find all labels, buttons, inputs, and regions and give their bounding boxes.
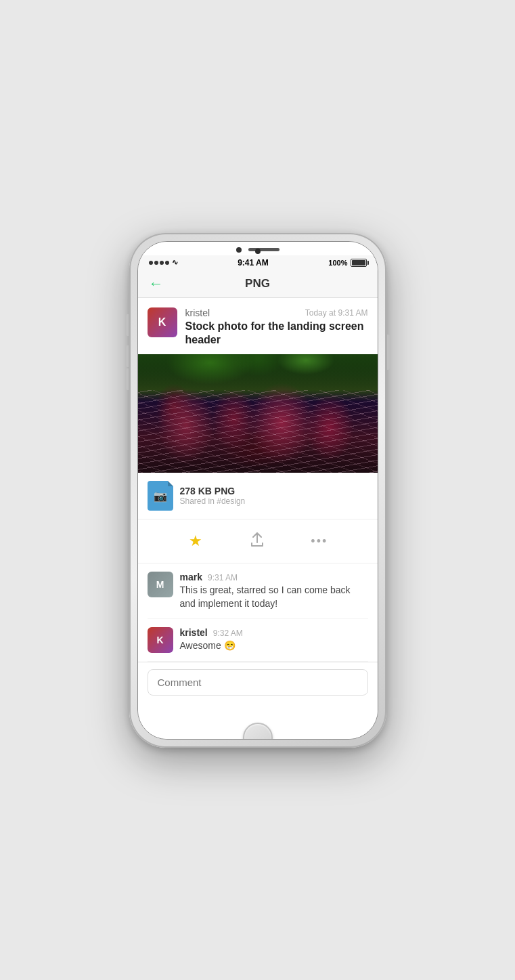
battery-icon [351, 259, 367, 267]
comments-section: M mark 9:31 AM This is great, starred so… [138, 563, 378, 662]
more-icon: ••• [311, 534, 328, 549]
post-author-row: kristel Today at 9:31 AM [185, 307, 368, 318]
signal-dot-3 [160, 261, 164, 265]
speaker [248, 248, 279, 251]
status-right: 100% [328, 259, 366, 267]
phone-notch [138, 242, 378, 255]
signal-strength [149, 261, 169, 265]
file-attachment[interactable]: 📷 278 KB PNG Shared in #design [138, 473, 378, 519]
star-button[interactable]: ★ [181, 526, 210, 556]
battery-percent: 100% [328, 259, 347, 267]
status-bar: ∿ 9:41 AM 100% [138, 255, 378, 270]
comment-1-meta: mark 9:31 AM [180, 572, 368, 582]
post-message: Stock photo for the landing screen heade… [185, 320, 368, 348]
battery-fill [352, 260, 365, 265]
action-bar: ★ ••• [138, 519, 378, 563]
post-meta: kristel Today at 9:31 AM Stock photo for… [185, 307, 368, 348]
beet-roots [138, 390, 378, 473]
proximity-sensor [255, 249, 261, 254]
comment-1-avatar: M [148, 572, 173, 597]
comment-2-body: kristel 9:32 AM Awesome 😁 [180, 627, 368, 653]
content-area[interactable]: K kristel Today at 9:31 AM Stock photo f… [138, 298, 378, 717]
post-avatar-image: K [148, 307, 177, 337]
phone-frame: ∿ 9:41 AM 100% ← PNG K [129, 233, 386, 748]
comment-1: M mark 9:31 AM This is great, starred so… [148, 563, 368, 619]
front-camera [236, 247, 242, 253]
file-channel: Shared in #design [180, 496, 368, 506]
comment-input[interactable] [148, 669, 368, 696]
nav-bar: ← PNG [138, 270, 378, 298]
beet-visual [138, 354, 378, 473]
file-icon: 📷 [148, 481, 173, 511]
comment-2-meta: kristel 9:32 AM [180, 627, 368, 638]
post-author-name: kristel [185, 307, 210, 318]
more-button[interactable]: ••• [305, 526, 334, 556]
post-timestamp: Today at 9:31 AM [305, 308, 368, 318]
file-size-label: 278 KB PNG [180, 486, 368, 496]
share-icon [250, 532, 264, 551]
star-icon: ★ [189, 532, 202, 550]
comment-2-author: kristel [180, 627, 208, 638]
post-author-avatar: K [148, 307, 177, 337]
comment-1-avatar-image: M [148, 572, 173, 597]
status-left: ∿ [149, 258, 178, 267]
home-button[interactable] [243, 723, 273, 740]
wifi-icon: ∿ [172, 258, 178, 267]
comment-2: K kristel 9:32 AM Awesome 😁 [148, 619, 368, 662]
post-image[interactable] [138, 354, 378, 473]
phone-screen: ∿ 9:41 AM 100% ← PNG K [137, 241, 378, 740]
signal-dot-2 [154, 261, 158, 265]
comment-2-avatar-image: K [148, 627, 173, 653]
file-info: 278 KB PNG Shared in #design [180, 486, 368, 506]
status-time: 9:41 AM [238, 258, 269, 268]
signal-dot-4 [165, 261, 169, 265]
comment-1-time: 9:31 AM [208, 573, 238, 582]
comment-1-text: This is great, starred so I can come bac… [180, 584, 368, 610]
file-type-icon: 📷 [154, 490, 167, 503]
comment-1-author: mark [180, 572, 202, 582]
comment-1-body: mark 9:31 AM This is great, starred so I… [180, 572, 368, 610]
comment-2-avatar: K [148, 627, 173, 653]
comment-2-time: 9:32 AM [213, 629, 243, 638]
nav-title: PNG [245, 277, 270, 291]
back-button[interactable]: ← [149, 275, 164, 293]
home-button-area [138, 717, 378, 740]
post-header: K kristel Today at 9:31 AM Stock photo f… [138, 298, 378, 355]
share-button[interactable] [242, 526, 272, 556]
comment-2-text: Awesome 😁 [180, 639, 368, 653]
comment-input-area [138, 662, 378, 702]
signal-dot-1 [149, 261, 153, 265]
